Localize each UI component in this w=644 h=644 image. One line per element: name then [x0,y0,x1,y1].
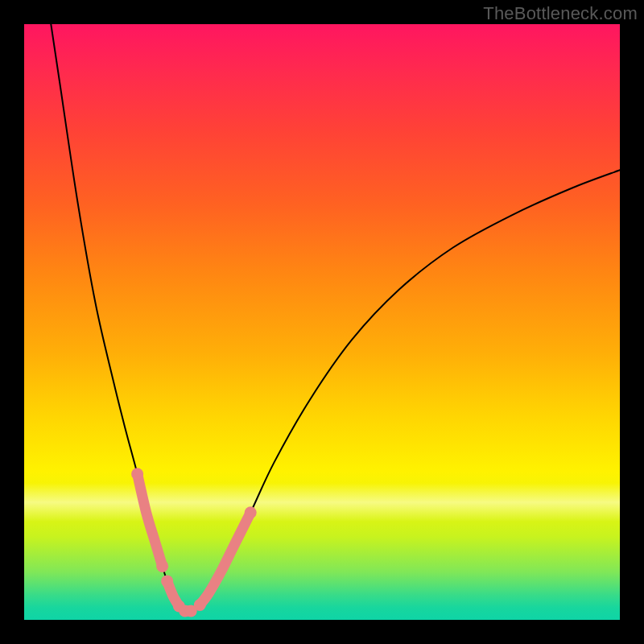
highlight-dot [131,468,143,480]
highlight-dot [161,575,173,587]
bottleneck-curve [51,24,620,611]
pale-band [24,483,620,522]
watermark-text: TheBottleneck.com [483,3,638,24]
highlight-dot [173,600,185,612]
highlight-dot [194,599,206,611]
curve-layer [24,24,620,620]
plot-area [24,24,620,620]
chart-frame: TheBottleneck.com [0,0,644,644]
highlight-dot [185,605,197,617]
highlight-dot [245,506,257,518]
highlight-dot [179,605,191,617]
highlight-dot [156,560,168,572]
highlight-segment [200,513,250,605]
highlight-segment [167,581,180,606]
highlight-segment [138,474,163,567]
